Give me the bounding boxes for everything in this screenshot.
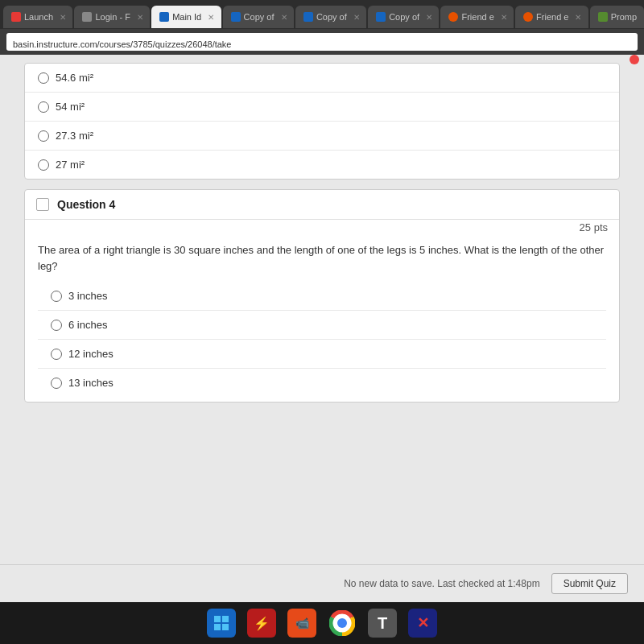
q4-option-3-label: 12 inches xyxy=(68,348,114,360)
tab-bar: Launch ✕ Login - F ✕ Main Id ✕ Copy of ✕… xyxy=(0,0,644,29)
question4-title: Question 4 xyxy=(57,198,608,211)
tab-icon-login xyxy=(82,12,92,22)
q4-option-1-label: 3 inches xyxy=(68,290,107,302)
tab-icon-promp xyxy=(598,12,608,22)
svg-rect-0 xyxy=(214,616,221,622)
q4-option-3[interactable]: 12 inches xyxy=(38,340,606,369)
taskbar-icon-app1-label: ⚡ xyxy=(254,616,270,631)
tab-copy2[interactable]: Copy of ✕ xyxy=(295,6,366,28)
question4-points: 25 pts xyxy=(568,218,619,237)
radio-prev-3[interactable] xyxy=(38,130,49,142)
status-text: No new data to save. Last checked at 1:4… xyxy=(344,578,539,589)
tab-label-launch: Launch xyxy=(24,12,53,22)
prev-option-1[interactable]: 54.6 mi² xyxy=(25,64,619,93)
address-input[interactable]: basin.instructure.com/courses/3785/quizz… xyxy=(6,33,638,51)
q4-option-1[interactable]: 3 inches xyxy=(38,282,606,311)
tab-promp[interactable]: Promp xyxy=(590,6,644,28)
q4-option-4[interactable]: 13 inches xyxy=(38,369,606,397)
browser-chrome: Launch ✕ Login - F ✕ Main Id ✕ Copy of ✕… xyxy=(0,0,644,55)
question4-checkbox xyxy=(36,198,49,211)
svg-point-6 xyxy=(338,619,346,627)
tab-icon-copy3 xyxy=(376,12,386,22)
tab-icon-friend1 xyxy=(448,12,458,22)
taskbar-icon-windows[interactable] xyxy=(207,609,236,638)
q4-option-2-label: 6 inches xyxy=(68,319,107,331)
prev-option-3[interactable]: 27.3 mi² xyxy=(25,122,619,151)
notification-dot xyxy=(630,55,639,64)
tab-launch[interactable]: Launch ✕ xyxy=(3,6,72,28)
taskbar-t-label: T xyxy=(378,614,387,633)
page-content: 54.6 mi² 54 mi² 27.3 mi² 27 mi² Question… xyxy=(0,55,644,596)
taskbar-icon-x[interactable]: ✕ xyxy=(408,609,437,638)
radio-q4-2[interactable] xyxy=(51,320,62,331)
tab-close-copy3[interactable]: ✕ xyxy=(426,13,432,22)
taskbar-x-label: ✕ xyxy=(417,614,429,632)
taskbar-icon-zoom-label: 📹 xyxy=(295,617,309,630)
svg-rect-2 xyxy=(214,624,221,630)
tab-label-main: Main Id xyxy=(172,12,201,22)
tab-label-login: Login - F xyxy=(95,12,130,22)
radio-prev-2[interactable] xyxy=(38,101,49,113)
tab-icon-friend2 xyxy=(523,12,533,22)
prev-option-3-label: 27.3 mi² xyxy=(56,130,93,142)
taskbar-icon-chrome[interactable] xyxy=(328,609,357,638)
tab-icon-copy1 xyxy=(231,12,241,22)
tab-copy1[interactable]: Copy of ✕ xyxy=(223,6,294,28)
prev-option-2-label: 54 mi² xyxy=(56,101,85,113)
prev-option-2[interactable]: 54 mi² xyxy=(25,93,619,122)
tab-label-promp: Promp xyxy=(611,12,637,22)
radio-q4-3[interactable] xyxy=(51,349,62,360)
question4-text: The area of a right triangle is 30 squar… xyxy=(38,242,606,274)
tab-close-login[interactable]: ✕ xyxy=(137,13,143,22)
tab-icon-copy2 xyxy=(303,12,313,22)
prev-question-card: 54.6 mi² 54 mi² 27.3 mi² 27 mi² xyxy=(24,63,620,180)
svg-rect-3 xyxy=(222,624,229,630)
q4-option-4-label: 13 inches xyxy=(68,377,114,389)
svg-rect-1 xyxy=(222,616,229,622)
tab-icon-main xyxy=(159,12,169,22)
radio-prev-1[interactable] xyxy=(38,72,49,84)
tab-close-friend1[interactable]: ✕ xyxy=(501,13,507,22)
q4-option-2[interactable]: 6 inches xyxy=(38,311,606,340)
radio-q4-1[interactable] xyxy=(51,291,62,302)
address-bar: basin.instructure.com/courses/3785/quizz… xyxy=(0,29,644,55)
question4-points-row: 25 pts xyxy=(25,220,619,234)
tab-label-copy3: Copy of xyxy=(389,12,419,22)
tab-label-friend2: Friend e xyxy=(536,12,568,22)
tab-icon-launch xyxy=(11,12,21,22)
tab-login[interactable]: Login - F ✕ xyxy=(74,6,150,28)
question4-header: Question 4 xyxy=(25,190,619,220)
prev-option-4[interactable]: 27 mi² xyxy=(25,151,619,179)
question4-body: The area of a right triangle is 30 squar… xyxy=(25,234,619,402)
tab-label-copy1: Copy of xyxy=(244,12,275,22)
tab-label-copy2: Copy of xyxy=(316,12,347,22)
tab-close-main[interactable]: ✕ xyxy=(208,13,214,22)
tab-main[interactable]: Main Id ✕ xyxy=(151,6,221,28)
bottom-bar: No new data to save. Last checked at 1:4… xyxy=(0,564,644,602)
question4-card: Question 4 25 pts The area of a right tr… xyxy=(24,189,620,402)
submit-quiz-button[interactable]: Submit Quiz xyxy=(551,573,628,594)
taskbar-icon-app1[interactable]: ⚡ xyxy=(247,609,276,638)
tab-close-launch[interactable]: ✕ xyxy=(60,13,66,22)
tab-close-copy2[interactable]: ✕ xyxy=(353,13,360,22)
prev-option-1-label: 54.6 mi² xyxy=(56,72,93,84)
tab-close-copy1[interactable]: ✕ xyxy=(281,13,287,22)
prev-option-4-label: 27 mi² xyxy=(56,159,85,171)
taskbar: ⚡ 📹 T ✕ xyxy=(0,602,644,644)
tab-close-friend2[interactable]: ✕ xyxy=(575,13,581,22)
tab-copy3[interactable]: Copy of ✕ xyxy=(368,6,439,28)
radio-prev-4[interactable] xyxy=(38,159,49,171)
radio-q4-4[interactable] xyxy=(51,378,62,389)
tab-label-friend1: Friend e xyxy=(461,12,493,22)
taskbar-icon-zoom[interactable]: 📹 xyxy=(287,609,316,638)
tab-friend1[interactable]: Friend e ✕ xyxy=(440,6,514,28)
tab-friend2[interactable]: Friend e ✕ xyxy=(515,6,588,28)
taskbar-icon-text[interactable]: T xyxy=(368,609,397,638)
